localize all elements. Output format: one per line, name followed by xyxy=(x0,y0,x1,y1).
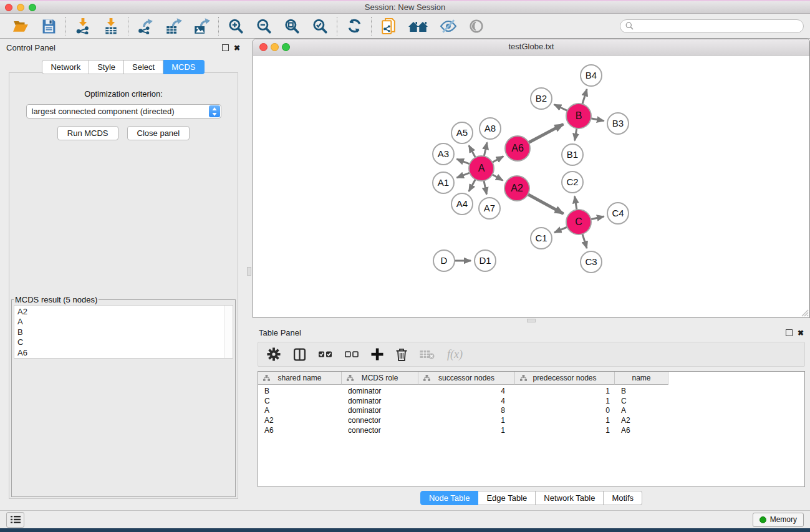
network-canvas[interactable]: B4B2BB3A8A5A6A3B1AC2A1A2A4A7C4CC1DD1C3 xyxy=(253,56,809,317)
table-cell[interactable]: B xyxy=(615,387,668,395)
table-cell[interactable]: 1 xyxy=(515,387,615,395)
table-cell[interactable]: 1 xyxy=(515,397,615,405)
save-session-icon[interactable] xyxy=(40,17,57,35)
table-cell[interactable]: 1 xyxy=(418,426,515,435)
table-cell[interactable]: C xyxy=(258,397,342,405)
table-row[interactable]: A2connector11A2 xyxy=(258,415,804,425)
column-view-icon[interactable] xyxy=(293,347,306,362)
control-panel-tabs: NetworkStyleSelectMCDS xyxy=(0,60,246,74)
table-cell[interactable]: A2 xyxy=(615,416,668,425)
float-panel-icon[interactable] xyxy=(786,329,793,336)
refresh-layout-icon[interactable] xyxy=(345,17,363,35)
table-cell[interactable]: dominator xyxy=(342,387,418,395)
table-cell[interactable]: connector xyxy=(342,426,418,435)
table-cell[interactable]: connector xyxy=(342,416,418,425)
hide-details-eye-icon[interactable] xyxy=(440,17,457,35)
zoom-window-button[interactable] xyxy=(29,4,36,11)
table-cell[interactable]: B xyxy=(258,387,342,395)
close-panel-icon[interactable]: ✖ xyxy=(798,330,804,336)
minimize-network-button[interactable] xyxy=(271,43,279,51)
table-cell[interactable]: C xyxy=(615,397,668,405)
minimize-window-button[interactable] xyxy=(17,4,24,11)
table-cell[interactable]: dominator xyxy=(342,397,418,405)
tab-network[interactable]: Network xyxy=(42,60,89,74)
table-cell[interactable]: A xyxy=(615,406,668,415)
task-history-button[interactable] xyxy=(6,512,24,528)
resize-grip[interactable] xyxy=(800,308,809,317)
table-cell[interactable]: A6 xyxy=(258,426,342,435)
close-network-button[interactable] xyxy=(259,43,268,51)
table-options-gear-icon[interactable] xyxy=(267,347,281,362)
network-window-titlebar[interactable]: testGlobe.txt xyxy=(253,39,809,56)
table-cell[interactable]: A xyxy=(258,406,342,415)
mcds-result-item[interactable]: C xyxy=(17,337,224,347)
table-cell[interactable]: 1 xyxy=(515,416,615,425)
tab-network-table[interactable]: Network Table xyxy=(536,491,604,505)
import-network-icon[interactable] xyxy=(74,17,92,35)
zoom-network-button[interactable] xyxy=(282,43,290,51)
table-cell[interactable]: A2 xyxy=(258,416,342,425)
tab-style[interactable]: Style xyxy=(89,60,124,74)
column-header-MCDS-role[interactable]: MCDS role xyxy=(342,372,418,385)
delete-column-trash-icon[interactable] xyxy=(396,347,407,362)
app-title: Session: New Session xyxy=(0,1,810,13)
table-cell[interactable]: 1 xyxy=(515,426,615,435)
clone-network-icon[interactable] xyxy=(380,17,397,35)
table-cell[interactable]: 4 xyxy=(418,397,515,405)
optimization-criterion-dropdown[interactable]: largest connected component (directed) xyxy=(26,104,221,118)
open-session-icon[interactable] xyxy=(12,17,29,35)
table-cell[interactable]: 0 xyxy=(515,406,615,415)
deselect-all-checks-icon[interactable] xyxy=(345,347,359,362)
column-header-shared-name[interactable]: shared name xyxy=(258,372,342,385)
table-row[interactable]: Bdominator41B xyxy=(258,386,804,396)
function-builder-icon[interactable]: f(x) xyxy=(447,348,463,361)
table-cell[interactable]: dominator xyxy=(342,406,418,415)
export-image-icon[interactable] xyxy=(193,17,210,35)
table-cell[interactable]: A6 xyxy=(615,426,668,435)
vertical-splitter[interactable] xyxy=(246,39,253,510)
zoom-out-icon[interactable] xyxy=(255,17,272,35)
table-row[interactable]: A6connector11A6 xyxy=(258,425,804,435)
mcds-result-item[interactable]: A xyxy=(17,317,224,327)
delete-table-icon[interactable] xyxy=(420,347,435,362)
tab-motifs[interactable]: Motifs xyxy=(604,491,642,505)
run-mcds-button[interactable]: Run MCDS xyxy=(57,126,118,140)
show-graphics-details-eye-icon[interactable] xyxy=(468,17,485,35)
memory-button[interactable]: Memory xyxy=(753,513,804,527)
tab-node-table[interactable]: Node Table xyxy=(420,491,479,505)
table-cell[interactable]: 4 xyxy=(418,387,515,395)
table-row[interactable]: Cdominator41C xyxy=(258,396,804,406)
column-header-predecessor-nodes[interactable]: predecessor nodes xyxy=(515,372,615,385)
table-cell[interactable]: 1 xyxy=(418,416,515,425)
horizontal-splitter[interactable] xyxy=(253,318,810,323)
zoom-selected-icon[interactable] xyxy=(311,17,329,35)
splitter-grip[interactable] xyxy=(247,267,251,276)
tab-select[interactable]: Select xyxy=(124,60,163,74)
splitter-grip[interactable] xyxy=(527,319,536,322)
import-table-icon[interactable] xyxy=(102,17,120,35)
close-panel-icon[interactable]: ✖ xyxy=(234,45,240,51)
select-all-checks-icon[interactable] xyxy=(319,347,332,362)
close-panel-button[interactable]: Close panel xyxy=(127,126,190,140)
column-header-name[interactable]: name xyxy=(615,372,668,385)
add-column-icon[interactable] xyxy=(371,347,383,362)
mcds-result-item[interactable]: A2 xyxy=(17,307,224,317)
close-window-button[interactable] xyxy=(5,4,12,11)
zoom-fit-icon[interactable] xyxy=(283,17,301,35)
export-network-icon[interactable] xyxy=(137,17,154,35)
search-input[interactable] xyxy=(637,21,798,31)
tab-mcds[interactable]: MCDS xyxy=(163,60,204,74)
show-networks-home-icon[interactable] xyxy=(408,17,429,35)
export-table-icon[interactable] xyxy=(165,17,182,35)
zoom-in-icon[interactable] xyxy=(227,17,244,35)
optimization-criterion-label: Optimization criterion: xyxy=(84,89,163,99)
mcds-result-item[interactable]: A6 xyxy=(17,348,224,358)
float-panel-icon[interactable] xyxy=(222,44,229,51)
table-row[interactable]: Adominator80A xyxy=(258,406,804,416)
scrollbar-track[interactable] xyxy=(224,306,233,358)
tab-edge-table[interactable]: Edge Table xyxy=(478,491,536,505)
table-cell[interactable]: 8 xyxy=(418,406,515,415)
column-header-successor-nodes[interactable]: successor nodes xyxy=(418,372,515,385)
search-field[interactable] xyxy=(620,19,804,33)
mcds-result-item[interactable]: B xyxy=(17,327,224,337)
